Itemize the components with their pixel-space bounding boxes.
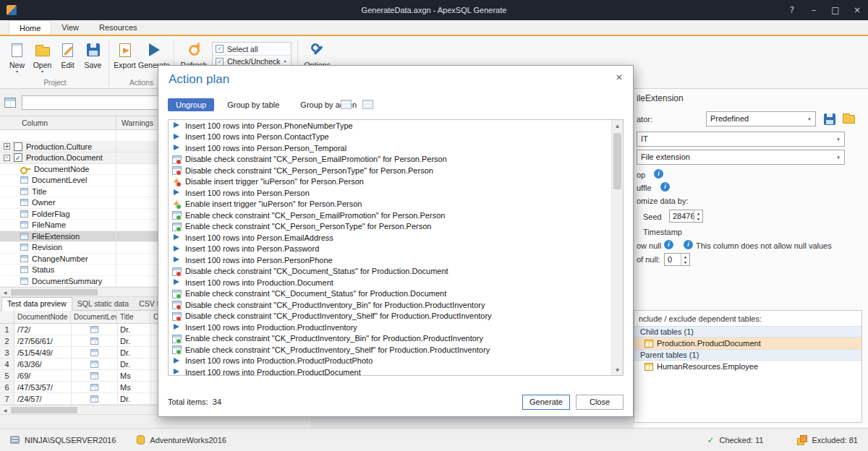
action-plan-item[interactable]: Disable check constraint "CK_ProductInve… [169,299,611,311]
close-icon[interactable]: × [846,0,868,20]
insert-icon [172,245,181,253]
hierarchyid-icon [90,349,98,356]
dialog-close-icon[interactable]: × [613,70,626,83]
scroll-left-icon[interactable]: ◀ [0,288,10,296]
action-plan-item[interactable]: Disable check constraint "CK_Document_St… [169,266,611,278]
collapse-icon[interactable]: – [4,155,10,161]
action-plan-item[interactable]: Enable check constraint "CK_Document_Sta… [169,288,611,300]
hierarchyid-icon [90,361,98,368]
ribbon-tab-resources[interactable]: Resources [89,20,148,35]
action-plan-item[interactable]: Insert 100 rows into Production.ProductD… [169,366,611,375]
spin-up-icon[interactable] [694,210,702,216]
save-generator-icon[interactable] [824,113,835,125]
open-button[interactable]: Open ▾ [30,38,55,78]
document-node-cell: /24/57/ [14,393,71,404]
spin-down-icon[interactable] [681,259,689,265]
action-plan-item[interactable]: Enable insert trigger "iuPerson" for Per… [169,199,611,210]
scrollbar-thumb[interactable] [11,407,77,413]
ribbon-tab-view[interactable]: View [51,20,89,35]
spinner-arrows[interactable] [694,210,702,222]
dependent-table-row[interactable]: Production.ProductDocument [634,338,861,349]
action-plan-item[interactable]: Enable check constraint "CK_ProductInven… [169,344,611,356]
shuffle-info-icon[interactable] [660,182,670,192]
action-plan-item[interactable]: Insert 100 rows into Person.EmailAddress [169,232,611,244]
title-cell: Ms [117,370,150,381]
action-plan-item[interactable]: Insert 100 rows into Person.PhoneNumberT… [169,120,611,132]
generator-combobox[interactable]: Predefined [706,111,816,126]
export-button[interactable]: Export [112,38,137,78]
dependent-group-row[interactable]: Child tables (1) [634,326,861,338]
expand-icon[interactable]: + [4,143,10,150]
scrollbar-thumb[interactable] [11,289,98,296]
edit-button[interactable]: Edit [55,38,80,78]
tree-row-label: FileName [32,220,66,229]
action-plan-item[interactable]: Insert 100 rows into Production.Document [169,277,611,288]
action-plan-item[interactable]: Disable insert trigger "iuPerson" for Pe… [169,176,611,188]
columns-view-icon[interactable] [4,98,16,108]
dependent-table-row[interactable]: HumanResources.Employee [634,361,861,372]
dependent-group-row[interactable]: Parent tables (1) [634,349,861,361]
close-button[interactable]: Close [576,395,624,410]
tree-row-label: DocumentLevel [32,176,87,184]
null-note-info-icon [684,240,693,249]
help-icon[interactable]: ? [781,0,803,20]
shuffle-label: uffle [637,184,652,192]
action-plan-item[interactable]: Insert 100 rows into Production.ProductP… [169,356,611,367]
action-plan-item[interactable]: Insert 100 rows into Person.ContactType [169,132,611,143]
maximize-icon[interactable]: □ [825,0,846,20]
scroll-up-icon[interactable] [612,120,623,131]
action-item-text: Insert 100 rows into Person.Password [185,244,319,253]
action-plan-item[interactable]: Enable check constraint "CK_Person_Perso… [169,221,611,233]
vertical-scrollbar[interactable] [611,120,623,375]
action-item-text: Insert 100 rows into Production.ProductP… [185,356,373,365]
action-plan-item[interactable]: Disable check constraint "CK_Person_Emai… [169,154,611,166]
row-number-header [0,311,14,323]
checked-icon [707,435,714,445]
row-checkbox[interactable] [14,153,22,162]
dialog-tab-ungroup[interactable]: Ungroup [168,98,214,111]
action-plan-item[interactable]: Enable check constraint "CK_Person_Email… [169,210,611,221]
minimize-icon[interactable]: – [803,0,825,20]
action-plan-item[interactable]: Disable check constraint "CK_Person_Pers… [169,165,611,176]
generate-button[interactable]: Generate [522,395,570,410]
open-generator-icon[interactable] [843,115,855,124]
allow-null-info-icon[interactable] [664,240,673,249]
server-name: NINJA\SQLSERVER2016 [25,436,116,444]
scrollbar-thumb[interactable] [613,133,621,189]
spin-down-icon[interactable] [694,216,702,222]
tree-row-label: Title [32,187,46,196]
preview-tab-test-data-preview[interactable]: Test data preview [1,297,72,311]
action-plan-item[interactable]: Insert 100 rows into Person.PersonPhone [169,254,611,266]
action-plan-item[interactable]: Disable check constraint "CK_ProductInve… [169,311,611,322]
scroll-down-icon[interactable] [612,364,623,375]
new-button[interactable]: New ▾ [4,38,30,78]
ribbon-tab-home[interactable]: Home [9,20,51,35]
group-view-icon[interactable] [341,100,352,109]
preview-tab-sql-static-data[interactable]: SQL static data [72,298,134,310]
scroll-left-icon[interactable]: ◀ [0,405,10,414]
loop-info-icon[interactable] [654,169,663,179]
action-plan-item[interactable]: Insert 100 rows into Person.Person [169,187,611,199]
action-plan-item[interactable]: Enable check constraint "CK_ProductInven… [169,333,611,345]
row-checkbox[interactable] [14,142,22,151]
select-all-button[interactable]: Select all [213,43,291,55]
category-combobox[interactable]: IT [637,132,845,147]
group-view-icon[interactable] [362,100,373,109]
tree-row-label: FileExtension [32,232,80,241]
action-plan-item[interactable]: Insert 100 rows into Person.Password [169,244,611,255]
dialog-tab-group-by-action[interactable]: Group by action [292,98,365,111]
action-plan-item[interactable]: Insert 100 rows into Production.ProductI… [169,322,611,333]
hierarchyid-icon [90,326,98,333]
spinner-arrows[interactable] [681,254,689,265]
dialog-tab-group-by-table[interactable]: Group by table [219,98,287,111]
save-button[interactable]: Save [80,38,106,78]
title-cell: Dr. [117,347,150,358]
row-number-cell: 5 [0,370,14,381]
percent-null-input[interactable]: 0 [664,253,690,266]
action-plan-item[interactable]: Insert 100 rows into Person.Person_Tempo… [169,142,611,154]
generator-type-combobox[interactable]: File extension [637,150,845,165]
enable-check-icon [172,345,181,353]
spin-up-icon[interactable] [681,254,689,259]
allow-null-label: ow null [637,241,661,250]
seed-input[interactable]: 28476 [669,210,703,223]
